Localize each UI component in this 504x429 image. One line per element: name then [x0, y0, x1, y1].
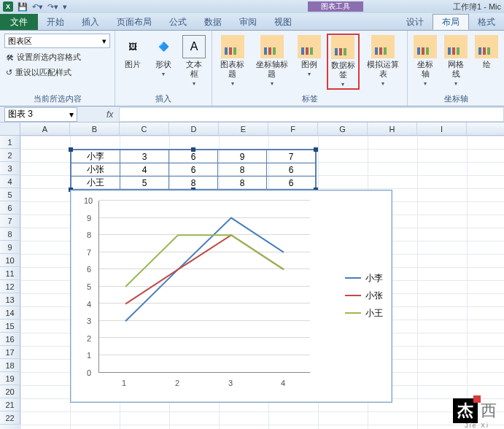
tab-view[interactable]: 视图 — [265, 14, 301, 30]
row-header[interactable]: 5 — [0, 188, 20, 201]
row-header[interactable]: 6 — [0, 201, 20, 214]
row-header[interactable]: 17 — [0, 346, 20, 359]
formula-input[interactable] — [119, 107, 504, 122]
row-header[interactable]: 7 — [0, 214, 20, 228]
x-tick: 1 — [122, 379, 126, 387]
insert-shapes-button[interactable]: 🔷形状▾ — [150, 34, 177, 88]
chart-element-dropdown[interactable]: 图表区 ▾ — [4, 34, 110, 48]
legend-swatch — [345, 277, 361, 279]
format-selection-button[interactable]: 🛠设置所选内容格式 — [4, 51, 110, 63]
cell[interactable]: 7 — [267, 150, 316, 163]
tab-review[interactable]: 审阅 — [230, 14, 265, 30]
row-header[interactable]: 21 — [0, 398, 20, 411]
chart-title-button[interactable]: 图表标题▾ — [217, 34, 248, 90]
chevron-down-icon: ▾ — [193, 80, 195, 87]
col-header[interactable]: E — [219, 123, 268, 135]
qat-customize-icon[interactable]: ▾ — [63, 2, 67, 12]
insert-textbox-button[interactable]: A文本框▾ — [181, 34, 207, 88]
y-tick: 10 — [84, 196, 93, 205]
cells-area[interactable]: 小李 3 6 9 7 小张 4 6 8 6 小王 5 8 8 — [20, 136, 504, 429]
row-header[interactable]: 12 — [0, 280, 20, 293]
col-header[interactable]: G — [318, 123, 368, 135]
undo-icon[interactable]: ↶▾ — [32, 2, 43, 12]
name-box[interactable]: 图表 3 ▾ — [4, 107, 77, 122]
insert-picture-button[interactable]: 🖼图片 — [120, 34, 146, 88]
document-title: 工作簿1 - Mic — [453, 1, 501, 12]
row-header[interactable]: 13 — [0, 293, 20, 306]
chart-element-value: 图表区 — [8, 36, 32, 47]
row-header[interactable]: 11 — [0, 267, 20, 280]
y-tick: 7 — [87, 248, 91, 257]
tab-layout[interactable]: 布局 — [433, 14, 469, 30]
row-header[interactable]: 16 — [0, 333, 20, 346]
col-header[interactable]: F — [268, 123, 318, 135]
col-header[interactable]: I — [417, 123, 467, 135]
gridlines-button[interactable]: 网格线▾ — [443, 34, 469, 88]
embedded-chart[interactable]: 0 1 2 3 4 5 6 7 8 9 10 1 2 3 4 小李 小张 小王 — [70, 190, 392, 403]
legend-item[interactable]: 小李 — [345, 269, 383, 287]
axes-button[interactable]: 坐标轴▾ — [412, 34, 438, 88]
cell[interactable]: 5 — [120, 177, 169, 190]
row-header[interactable]: 10 — [0, 254, 20, 267]
spreadsheet-grid[interactable]: 1 2 3 4 5 6 7 8 9 10 11 12 13 14 15 16 1… — [0, 136, 504, 429]
col-header[interactable]: A — [20, 123, 70, 135]
cell[interactable]: 9 — [218, 150, 267, 163]
tab-file[interactable]: 文件 — [0, 14, 38, 30]
axis-title-button[interactable]: 坐标轴标题▾ — [252, 34, 291, 90]
row-header[interactable]: 20 — [0, 385, 20, 398]
cell[interactable]: 8 — [218, 163, 267, 177]
legend-item[interactable]: 小王 — [345, 304, 383, 322]
tab-format[interactable]: 格式 — [469, 14, 504, 30]
tab-data[interactable]: 数据 — [195, 14, 230, 30]
cell[interactable]: 小李 — [71, 150, 120, 163]
cell[interactable]: 8 — [218, 177, 267, 190]
data-labels-button[interactable]: 数据标签▾ — [327, 34, 360, 90]
row-header[interactable]: 2 — [0, 149, 20, 162]
row-header[interactable]: 9 — [0, 241, 20, 254]
row-header[interactable]: 18 — [0, 359, 20, 372]
chart-legend[interactable]: 小李 小张 小王 — [345, 269, 383, 322]
plot-area-button[interactable]: 绘 — [473, 34, 500, 88]
tab-insert[interactable]: 插入 — [73, 14, 108, 30]
redo-icon[interactable]: ↷▾ — [47, 2, 58, 12]
data-table-button[interactable]: 模拟运算表▾ — [364, 34, 403, 90]
row-header[interactable]: 1 — [0, 136, 20, 149]
col-header[interactable]: C — [120, 123, 169, 135]
row-header[interactable]: 4 — [0, 175, 20, 188]
save-icon[interactable]: 💾 — [18, 2, 28, 12]
source-data-table[interactable]: 小李 3 6 9 7 小张 4 6 8 6 小王 5 8 8 — [70, 149, 317, 190]
row-header[interactable]: 19 — [0, 372, 20, 385]
cell[interactable]: 4 — [120, 163, 169, 177]
tab-design[interactable]: 设计 — [398, 14, 433, 30]
row-header[interactable]: 22 — [0, 411, 20, 425]
cell[interactable]: 6 — [169, 163, 218, 177]
selection-handle[interactable] — [314, 147, 318, 152]
row-header[interactable]: 8 — [0, 228, 20, 241]
row-header[interactable]: 3 — [0, 162, 20, 175]
cell[interactable]: 6 — [267, 163, 316, 177]
col-header[interactable]: D — [169, 123, 219, 135]
selection-handle[interactable] — [69, 147, 73, 152]
row-header[interactable]: 15 — [0, 320, 20, 333]
series-line[interactable] — [125, 218, 284, 322]
col-header[interactable]: B — [70, 123, 120, 135]
chart-plot-area[interactable] — [98, 201, 310, 373]
legend-button[interactable]: 图例▾ — [296, 34, 322, 90]
cell[interactable]: 小王 — [71, 177, 120, 190]
cell[interactable]: 3 — [120, 150, 169, 163]
cell[interactable]: 小张 — [71, 163, 120, 177]
legend-item[interactable]: 小张 — [345, 287, 383, 304]
col-header[interactable]: H — [368, 123, 417, 135]
reset-match-style-button[interactable]: ↺重设以匹配样式 — [4, 66, 110, 79]
row-header[interactable]: 14 — [0, 306, 20, 320]
select-all-corner[interactable] — [0, 123, 20, 135]
tab-pagelayout[interactable]: 页面布局 — [108, 14, 160, 30]
selection-handle[interactable] — [191, 147, 195, 152]
axis-title-icon — [260, 35, 284, 58]
cell[interactable]: 6 — [267, 177, 316, 190]
cell[interactable]: 6 — [169, 150, 218, 163]
fx-icon[interactable]: fx — [106, 109, 113, 120]
tab-home[interactable]: 开始 — [38, 14, 73, 30]
series-line[interactable] — [125, 235, 284, 304]
tab-formulas[interactable]: 公式 — [160, 14, 195, 30]
